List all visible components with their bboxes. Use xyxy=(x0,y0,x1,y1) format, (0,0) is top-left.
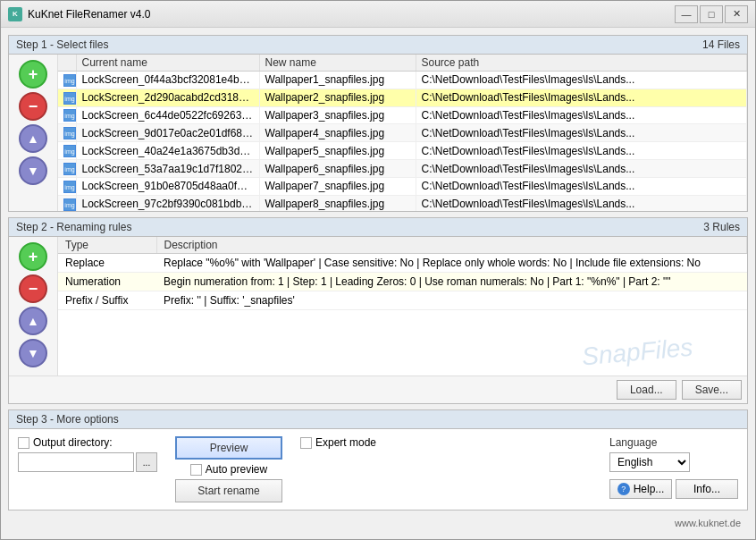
output-dir-input-row: ... xyxy=(18,452,157,472)
current-name-cell: LockScreen_53a7aa19c1d7f18028d5596c... xyxy=(76,160,259,178)
info-button[interactable]: Info... xyxy=(676,479,738,499)
language-select[interactable]: English German French Spanish xyxy=(609,452,690,472)
table-row[interactable]: img LockScreen_40a24e1a3675db3d5464e628.… xyxy=(58,142,747,160)
rule-row[interactable]: Prefix / Suffix Prefix: '' | Suffix: '_s… xyxy=(58,291,747,310)
rule-row[interactable]: Replace Replace "%o%" with 'Wallpaper' |… xyxy=(58,254,747,273)
source-path-cell: C:\NetDownload\TestFiles\Images\ls\Lands… xyxy=(416,195,747,211)
move-rule-up-button[interactable]: ▲ xyxy=(19,307,47,335)
save-button[interactable]: Save... xyxy=(682,380,742,400)
file-table-wrap: Current name New name Source path img Lo… xyxy=(58,55,747,211)
source-path-cell: C:\NetDownload\TestFiles\Images\ls\Lands… xyxy=(416,72,747,89)
output-dir-input[interactable] xyxy=(18,452,134,472)
table-row[interactable]: img LockScreen_97c2bf9390c081bdbfbce267.… xyxy=(58,195,747,211)
file-icon-cell: img xyxy=(58,89,76,106)
browse-button[interactable]: ... xyxy=(136,452,157,472)
col-type-header[interactable]: Type xyxy=(58,237,156,254)
current-name-cell: LockScreen_91b0e8705d48aa0f4e544c08... xyxy=(76,177,259,195)
expert-mode-checkbox[interactable] xyxy=(300,437,312,449)
new-name-cell: Wallpaper4_snapfiles.jpg xyxy=(259,124,416,142)
language-label: Language xyxy=(609,436,738,449)
step1-label: Step 1 - Select files xyxy=(16,38,108,51)
file-icon: img xyxy=(63,109,76,122)
move-up-button[interactable]: ▲ xyxy=(19,124,47,153)
minimize-button[interactable]: ― xyxy=(675,5,698,23)
col-source-header[interactable]: Source path xyxy=(416,55,747,72)
expert-mode-label: Expert mode xyxy=(315,436,376,449)
footer-url: www.kuknet.de xyxy=(8,516,748,530)
table-row[interactable]: img LockScreen_0f44a3bcf32081e4b11326004… xyxy=(58,72,747,89)
remove-rule-button[interactable]: − xyxy=(19,274,47,303)
step1-section: Step 1 - Select files 14 Files + − ▲ ▼ xyxy=(8,35,748,212)
rule-desc-cell: Prefix: '' | Suffix: '_snapfiles' xyxy=(156,291,747,310)
col-current-header[interactable]: Current name xyxy=(76,55,259,72)
table-row[interactable]: img LockScreen_53a7aa19c1d7f18028d5596c.… xyxy=(58,160,747,178)
current-name-cell: LockScreen_6c44de0522fc692639694938... xyxy=(76,106,259,124)
load-button[interactable]: Load... xyxy=(617,380,676,400)
step2-controls: + − ▲ ▼ xyxy=(9,237,58,375)
expert-mode-row: Expert mode xyxy=(300,436,376,449)
help-button[interactable]: ? Help... xyxy=(609,479,672,499)
step3-body: Output directory: ... Preview Auto previ… xyxy=(9,429,747,510)
col-desc-header[interactable]: Description xyxy=(156,237,747,254)
rule-desc-cell: Begin numeration from: 1 | Step: 1 | Lea… xyxy=(156,273,747,291)
language-group: Language English German French Spanish ?… xyxy=(609,436,738,499)
file-icon: img xyxy=(63,145,76,157)
source-path-cell: C:\NetDownload\TestFiles\Images\ls\Lands… xyxy=(416,124,747,142)
move-rule-down-button[interactable]: ▼ xyxy=(19,339,47,367)
file-icon-cell: img xyxy=(58,142,76,160)
col-icon-header xyxy=(58,55,76,72)
window-controls: ― □ ✕ xyxy=(675,5,748,23)
add-file-button[interactable]: + xyxy=(19,60,47,89)
rule-row[interactable]: Numeration Begin numeration from: 1 | St… xyxy=(58,273,747,291)
output-dir-group: Output directory: ... xyxy=(18,436,157,472)
step2-footer: Load... Save... xyxy=(9,375,747,403)
step1-body: + − ▲ ▼ xyxy=(9,55,747,211)
new-name-cell: Wallpaper1_snapfiles.jpg xyxy=(259,72,416,89)
maximize-button[interactable]: □ xyxy=(700,5,723,23)
new-name-cell: Wallpaper8_snapfiles.jpg xyxy=(259,195,416,211)
step2-label: Step 2 - Renaming rules xyxy=(16,221,131,233)
step3-header: Step 3 - More options xyxy=(9,410,747,429)
preview-button[interactable]: Preview xyxy=(175,436,282,460)
file-icon-cell: img xyxy=(58,124,76,142)
col-new-header[interactable]: New name xyxy=(259,55,416,72)
output-dir-checkbox[interactable] xyxy=(18,437,29,449)
file-icon: img xyxy=(63,92,76,105)
auto-preview-checkbox[interactable] xyxy=(190,464,202,476)
file-icon: img xyxy=(63,198,76,211)
new-name-cell: Wallpaper2_snapfiles.jpg xyxy=(259,89,416,106)
app-icon: K xyxy=(8,7,22,21)
close-button[interactable]: ✕ xyxy=(725,5,748,23)
current-name-cell: LockScreen_0f44a3bcf32081e4b113260045... xyxy=(76,72,259,89)
source-path-cell: C:\NetDownload\TestFiles\Images\ls\Lands… xyxy=(416,89,747,106)
output-dir-label: Output directory: xyxy=(33,436,113,449)
output-dir-label-row: Output directory: xyxy=(18,436,157,449)
table-row[interactable]: img LockScreen_9d017e0ac2e01df683e20fbe.… xyxy=(58,124,747,142)
table-row[interactable]: img LockScreen_6c44de0522fc692639694938.… xyxy=(58,106,747,124)
expert-group: Expert mode xyxy=(300,436,376,449)
start-rename-button[interactable]: Start rename xyxy=(175,479,282,502)
source-path-cell: C:\NetDownload\TestFiles\Images\ls\Lands… xyxy=(416,142,747,160)
new-name-cell: Wallpaper5_snapfiles.jpg xyxy=(259,142,416,160)
auto-preview-row: Auto preview xyxy=(190,463,267,476)
source-path-cell: C:\NetDownload\TestFiles\Images\ls\Lands… xyxy=(416,106,747,124)
table-row[interactable]: img LockScreen_2d290acabd2cd3184d5a6a31.… xyxy=(58,89,747,106)
current-name-cell: LockScreen_97c2bf9390c081bdbfbce267... xyxy=(76,195,259,211)
step1-header: Step 1 - Select files 14 Files xyxy=(9,36,747,55)
current-name-cell: LockScreen_2d290acabd2cd3184d5a6a31... xyxy=(76,89,259,106)
step3-label: Step 3 - More options xyxy=(16,413,119,426)
rules-table: Type Description Replace Replace "%o%" w… xyxy=(58,237,747,310)
auto-preview-label: Auto preview xyxy=(206,463,267,476)
file-icon: img xyxy=(63,181,76,193)
move-down-button[interactable]: ▼ xyxy=(19,156,47,185)
add-rule-button[interactable]: + xyxy=(19,242,47,271)
table-row[interactable]: img LockScreen_91b0e8705d48aa0f4e544c08.… xyxy=(58,177,747,195)
rule-type-cell: Numeration xyxy=(58,273,156,291)
remove-file-button[interactable]: − xyxy=(19,92,47,121)
window-title: KuKnet FileRenamer v4.0 xyxy=(28,8,675,21)
file-icon: img xyxy=(63,163,76,175)
help-icon: ? xyxy=(617,483,630,495)
current-name-cell: LockScreen_40a24e1a3675db3d5464e628... xyxy=(76,142,259,160)
step2-header: Step 2 - Renaming rules 3 Rules xyxy=(9,218,747,237)
title-bar: K KuKnet FileRenamer v4.0 ― □ ✕ xyxy=(1,1,755,28)
